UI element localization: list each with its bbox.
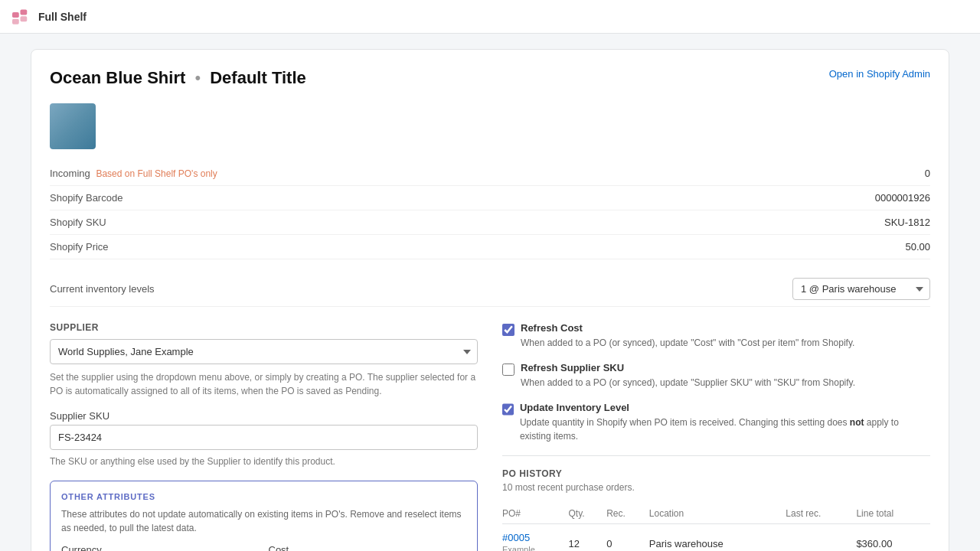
product-title: Ocean Blue Shirt • Default Title	[50, 68, 306, 88]
refresh-cost-checkbox[interactable]	[502, 324, 514, 336]
app-logo: Full Shelf	[12, 9, 87, 24]
inventory-row: Current inventory levels 1 @ Paris wareh…	[50, 272, 930, 307]
open-shopify-link[interactable]: Open in Shopify Admin	[829, 68, 930, 80]
left-column: Supplier World Supplies, Jane ExampleOth…	[50, 322, 478, 551]
inventory-label: Current inventory levels	[50, 283, 155, 295]
po-history-table: PO# Qty. Rec. Location Last rec. Line to…	[502, 504, 930, 551]
refresh-supplier-sku-desc: When added to a PO (or synced), update "…	[521, 376, 855, 390]
supplier-sku-input[interactable]	[50, 425, 478, 450]
supplier-sku-label: Supplier SKU	[50, 410, 478, 422]
other-attrs-title: OTHER ATTRIBUTES	[61, 492, 466, 501]
main-content: Ocean Blue Shirt • Default Title Open in…	[0, 34, 980, 551]
refresh-cost-desc: When added to a PO (or synced), update "…	[521, 336, 854, 350]
cost-label: Cost	[269, 544, 467, 551]
price-row: Shopify Price 50.00	[50, 235, 930, 259]
supplier-sku-helper: The SKU or anything else used by the Sup…	[50, 455, 478, 468]
right-column: Refresh Cost When added to a PO (or sync…	[502, 322, 930, 551]
refresh-cost-title: Refresh Cost	[521, 322, 854, 334]
supplier-select[interactable]: World Supplies, Jane ExampleOther Suppli…	[50, 339, 478, 364]
col-line-total: Line total	[856, 504, 930, 524]
barcode-row: Shopify Barcode 0000001926	[50, 186, 930, 210]
po-location: Paris warehouse	[649, 524, 786, 552]
col-rec: Rec.	[606, 504, 649, 524]
col-location: Location	[649, 504, 786, 524]
page-header: Ocean Blue Shirt • Default Title Open in…	[50, 68, 930, 88]
po-rec: 0	[606, 524, 649, 552]
update-inventory-row: Update Inventory Level Update quantity i…	[502, 402, 930, 443]
update-inventory-title: Update Inventory Level	[520, 402, 930, 413]
po-link[interactable]: #0005	[502, 532, 563, 543]
page-card: Ocean Blue Shirt • Default Title Open in…	[31, 49, 949, 551]
refresh-cost-row: Refresh Cost When added to a PO (or sync…	[502, 322, 930, 350]
po-table-body: #0005 Example 12 0 Paris warehouse $360.…	[502, 524, 930, 552]
cost-field: Cost $	[269, 544, 467, 551]
supplier-section-label: Supplier	[50, 322, 478, 333]
info-table: Incoming Based on Full Shelf PO's only 0…	[50, 161, 930, 259]
incoming-row: Incoming Based on Full Shelf PO's only 0	[50, 161, 930, 186]
other-attributes-box: OTHER ATTRIBUTES These attributes do not…	[50, 481, 478, 551]
app-name: Full Shelf	[38, 11, 87, 23]
product-image	[50, 103, 96, 149]
top-nav: Full Shelf	[0, 0, 980, 34]
currency-field: Currency	[61, 544, 260, 551]
svg-rect-3	[21, 16, 28, 21]
svg-rect-1	[21, 9, 28, 15]
table-row: #0005 Example 12 0 Paris warehouse $360.…	[502, 524, 930, 552]
po-line-total: $360.00	[856, 524, 930, 552]
refresh-supplier-sku-title: Refresh Supplier SKU	[521, 362, 855, 373]
supplier-helper-text: Set the supplier using the dropdown menu…	[50, 370, 478, 398]
col-qty: Qty.	[569, 504, 607, 524]
po-history-subtitle: 10 most recent purchase orders.	[502, 482, 930, 493]
refresh-supplier-sku-row: Refresh Supplier SKU When added to a PO …	[502, 362, 930, 390]
sku-row: Shopify SKU SKU-1812	[50, 210, 930, 235]
divider	[502, 455, 930, 456]
po-history-title: PO HISTORY	[502, 468, 930, 479]
currency-label: Currency	[61, 544, 260, 551]
two-column-layout: Supplier World Supplies, Jane ExampleOth…	[50, 322, 930, 551]
svg-rect-0	[12, 11, 19, 17]
po-table-header-row: PO# Qty. Rec. Location Last rec. Line to…	[502, 504, 930, 524]
update-inventory-desc: Update quantity in Shopify when PO item …	[520, 416, 930, 443]
inventory-select[interactable]: 1 @ Paris warehouse	[792, 278, 930, 300]
po-example: Example	[502, 545, 535, 551]
col-last-rec: Last rec.	[786, 504, 856, 524]
update-inventory-checkbox[interactable]	[502, 403, 514, 416]
product-image-inner	[50, 103, 96, 149]
po-last-rec	[786, 524, 856, 552]
attrs-grid: Currency Cost $ Unit	[61, 544, 466, 551]
logo-icon	[12, 9, 34, 24]
svg-rect-2	[12, 18, 19, 24]
po-qty: 12	[569, 524, 607, 552]
col-po: PO#	[502, 504, 569, 524]
attrs-note: These attributes do not update automatic…	[61, 507, 466, 535]
refresh-supplier-sku-checkbox[interactable]	[502, 364, 514, 376]
po-table-head: PO# Qty. Rec. Location Last rec. Line to…	[502, 504, 930, 524]
